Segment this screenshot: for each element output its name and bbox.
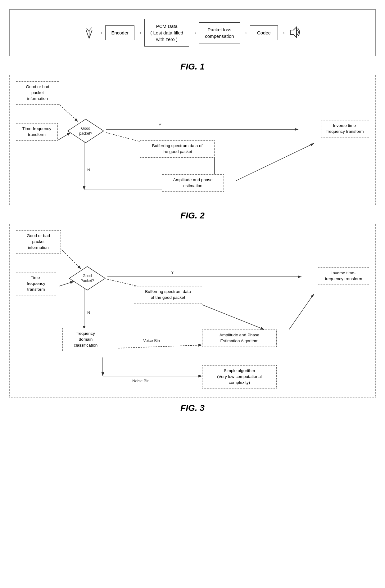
inv-transform-3: Inverse time-frequency transform <box>318 267 369 285</box>
speaker-icon <box>289 26 301 40</box>
svg-marker-18 <box>68 119 104 143</box>
pcm-box: PCM Data( Lost data filledwith zero ) <box>144 19 189 47</box>
antenna-icon <box>84 27 94 39</box>
svg-text:Noise Bin: Noise Bin <box>132 379 150 383</box>
codec-box: Codec <box>250 25 278 40</box>
svg-text:Packet?: Packet? <box>80 279 94 283</box>
svg-line-3 <box>87 28 89 32</box>
plc-box: Packet losscompensation <box>199 22 240 43</box>
svg-text:Good: Good <box>83 274 92 278</box>
svg-text:N: N <box>87 310 90 315</box>
fig3-arrows: Y N Voice Bin Noise Bin <box>10 224 375 397</box>
arrow-1: → <box>95 29 105 36</box>
svg-text:Y: Y <box>171 270 174 275</box>
svg-text:packet?: packet? <box>79 131 92 136</box>
fig1-label: FIG. 1 <box>0 62 385 72</box>
buffer-2: Bufferring spectrum data ofthe good pack… <box>140 140 215 158</box>
arrow-5: → <box>278 29 288 36</box>
svg-line-1 <box>89 30 92 38</box>
svg-text:Voice Bin: Voice Bin <box>143 338 160 343</box>
simple-algo-3: Simple algorithm(Very low computationalc… <box>202 365 277 388</box>
good-bad-info-2: Good or bad packetinformation <box>16 81 59 105</box>
diamond-3: Good Packet? <box>69 266 106 291</box>
svg-line-30 <box>118 345 202 348</box>
fig2-label: FIG. 2 <box>0 211 385 221</box>
fig3-diagram: Y N Voice Bin Noise Bin Good or bad pack… <box>9 224 376 397</box>
fig3-label: FIG. 3 <box>0 403 385 413</box>
time-freq-3: Time-frequencytransform <box>16 272 56 295</box>
inv-transform-2: Inverse time-frequency transform <box>321 120 369 137</box>
arrow-4: → <box>240 29 250 36</box>
svg-marker-36 <box>69 267 105 290</box>
svg-line-4 <box>89 28 92 31</box>
good-bad-info-3: Good or bad packetinformation <box>16 230 61 254</box>
svg-text:Y: Y <box>159 123 161 127</box>
arrow-2: → <box>134 29 144 36</box>
svg-line-17 <box>236 143 314 181</box>
amp-phase-3: Amplitude and PhaseEstimation Algorithm <box>202 330 277 347</box>
amp-phase-2: Amplitude and phaseestimation <box>162 174 224 192</box>
arrow-3: → <box>189 29 199 36</box>
svg-text:N: N <box>87 168 90 172</box>
diamond-2: Good packet? <box>67 119 104 143</box>
fig1-diagram: → Encoder → PCM Data( Lost data filledwi… <box>9 9 376 56</box>
buffer-3: Bufferring spectrum dataof the good pack… <box>134 286 202 303</box>
svg-marker-5 <box>290 27 297 38</box>
svg-line-32 <box>289 294 314 330</box>
fig2-diagram: Y N Good or bad packetinformation Time-f… <box>9 75 376 205</box>
freq-class-3: frequencydomainclassification <box>62 328 109 351</box>
svg-line-29 <box>202 305 264 330</box>
encoder-box: Encoder <box>105 25 134 40</box>
svg-text:Good: Good <box>81 126 90 131</box>
time-freq-2: Time-frequencytransform <box>16 123 58 141</box>
